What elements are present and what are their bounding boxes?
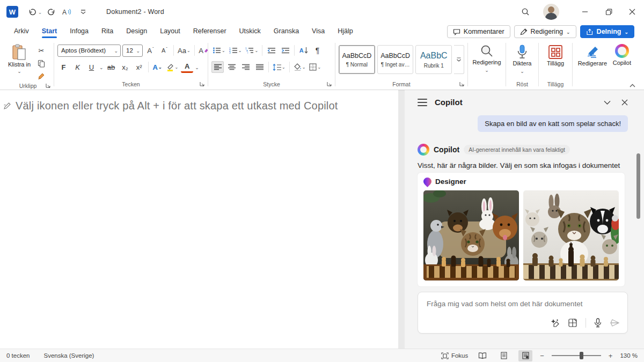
close-pane-button[interactable] bbox=[621, 99, 628, 106]
styles-dialog-launcher[interactable] bbox=[459, 82, 464, 86]
align-left-button[interactable] bbox=[211, 61, 224, 73]
tab-infoga[interactable]: Infoga bbox=[63, 25, 95, 39]
generated-image-2[interactable] bbox=[523, 190, 619, 280]
style-heading1[interactable]: AaBbC Rubrik 1 bbox=[415, 45, 452, 74]
prompt-suggestions-button[interactable] bbox=[550, 318, 560, 328]
copilot-draft-icon[interactable] bbox=[3, 102, 11, 110]
document-canvas[interactable]: Välj ikonen eller tryck på Alt + i för a… bbox=[0, 90, 398, 349]
char-count[interactable]: 0 tecken bbox=[6, 352, 30, 359]
tab-utskick[interactable]: Utskick bbox=[233, 25, 267, 39]
highlight-color-button[interactable]: ⌄ bbox=[165, 61, 180, 73]
zoom-level[interactable]: 130 % bbox=[620, 352, 638, 359]
focus-mode-button[interactable]: Fokus bbox=[441, 352, 468, 359]
font-name-combobox[interactable]: Aptos (Brödtext) ⌄ bbox=[57, 45, 121, 57]
user-avatar[interactable] bbox=[543, 4, 559, 20]
borders-button[interactable]: ⌄ bbox=[308, 61, 322, 73]
addins-button[interactable]: Tillägg bbox=[542, 42, 569, 68]
strikethrough-button[interactable]: ab bbox=[105, 61, 118, 73]
editing-menu-button[interactable]: Redigering ⌄ bbox=[471, 42, 502, 72]
multilevel-list-button[interactable]: 1ai ⌄ bbox=[244, 45, 259, 56]
align-right-button[interactable] bbox=[239, 61, 252, 73]
shading-button[interactable]: ⌄ bbox=[292, 61, 307, 73]
clear-formatting-button[interactable]: A bbox=[197, 45, 210, 56]
underline-button[interactable]: U bbox=[85, 61, 98, 73]
show-formatting-button[interactable]: ¶ bbox=[311, 45, 324, 56]
clipboard-dialog-launcher[interactable] bbox=[46, 83, 50, 88]
tab-referenser[interactable]: Referenser bbox=[187, 25, 233, 39]
zoom-out-button[interactable]: − bbox=[540, 352, 544, 360]
tab-hjalp[interactable]: Hjälp bbox=[331, 25, 360, 39]
web-layout-button[interactable] bbox=[518, 350, 532, 361]
increase-indent-button[interactable] bbox=[279, 45, 291, 56]
copilot-pane-scrollbar[interactable] bbox=[636, 153, 640, 219]
editing-mode-button[interactable]: Redigering ⌄ bbox=[514, 25, 576, 38]
subscript-button[interactable]: x₂ bbox=[119, 61, 131, 73]
collapse-pane-button[interactable] bbox=[604, 100, 611, 105]
share-button[interactable]: Delning ⌄ bbox=[580, 25, 634, 38]
line-spacing-button[interactable]: ⌄ bbox=[272, 61, 287, 73]
italic-button[interactable]: K bbox=[71, 61, 84, 73]
zoom-slider-thumb[interactable] bbox=[580, 352, 583, 359]
sort-button[interactable]: A bbox=[297, 45, 310, 56]
send-button[interactable] bbox=[610, 319, 620, 327]
paragraph-dialog-launcher[interactable] bbox=[327, 82, 332, 86]
chevron-down-icon: ⌄ bbox=[114, 49, 118, 54]
undo-button[interactable]: ⌄ bbox=[27, 4, 43, 20]
underline-dropdown[interactable]: ⌄ bbox=[99, 65, 104, 70]
dictate-button[interactable]: Diktera ⌄ bbox=[509, 42, 535, 73]
more-styles-button[interactable] bbox=[454, 45, 464, 74]
style-preview: AaBbC bbox=[420, 51, 448, 61]
print-layout-button[interactable] bbox=[497, 350, 511, 361]
decrease-indent-button[interactable] bbox=[265, 45, 277, 56]
grow-font-button[interactable]: Aˆ bbox=[144, 45, 157, 56]
editor-label: Redigerare bbox=[578, 60, 607, 68]
menu-icon[interactable] bbox=[418, 99, 427, 106]
numbered-list-button[interactable]: 123 ⌄ bbox=[228, 45, 243, 56]
change-case-button[interactable]: Aa⌄ bbox=[177, 45, 192, 56]
style-normal[interactable]: AaBbCcD ¶ Normal bbox=[339, 45, 375, 74]
apps-button[interactable] bbox=[568, 318, 577, 328]
font-color-dropdown[interactable]: ⌄ bbox=[195, 65, 199, 70]
bullet-list-button[interactable]: ⌄ bbox=[211, 45, 226, 56]
comments-button[interactable]: Kommentarer bbox=[447, 25, 510, 38]
paste-button[interactable]: Klistra in ⌄ bbox=[5, 42, 33, 73]
tab-design[interactable]: Design bbox=[120, 25, 153, 39]
superscript-button[interactable]: x² bbox=[133, 61, 145, 73]
text-effects-button[interactable]: A⌄ bbox=[151, 61, 164, 73]
editor-button[interactable]: Redigerare bbox=[576, 42, 609, 68]
copilot-chat-input[interactable] bbox=[426, 299, 620, 308]
tab-visa[interactable]: Visa bbox=[305, 25, 331, 39]
tab-granska[interactable]: Granska bbox=[267, 25, 305, 39]
format-painter-button[interactable] bbox=[35, 71, 47, 82]
style-no-spacing[interactable]: AaBbCcD ¶ Inget av… bbox=[377, 45, 414, 74]
font-size-combobox[interactable]: 12 ⌄ bbox=[122, 45, 143, 57]
language-status[interactable]: Svenska (Sverige) bbox=[43, 352, 94, 359]
font-dialog-launcher[interactable] bbox=[200, 82, 204, 86]
align-center-button[interactable] bbox=[225, 61, 238, 73]
tab-arkiv[interactable]: Arkiv bbox=[8, 25, 35, 39]
justify-button[interactable] bbox=[253, 61, 266, 73]
quick-access-toolbar-dropdown[interactable] bbox=[75, 4, 91, 20]
tab-rita[interactable]: Rita bbox=[95, 25, 120, 39]
voice-input-button[interactable] bbox=[594, 318, 602, 328]
bold-button[interactable]: F bbox=[57, 61, 70, 73]
read-mode-button[interactable] bbox=[475, 350, 489, 361]
generated-image-1[interactable] bbox=[423, 190, 519, 280]
cut-button[interactable]: ✂ bbox=[35, 45, 47, 56]
read-aloud-button[interactable]: A bbox=[59, 4, 75, 20]
font-color-button[interactable]: A bbox=[181, 61, 193, 73]
minimize-button[interactable] bbox=[573, 0, 597, 24]
collapse-ribbon-button[interactable] bbox=[630, 84, 635, 87]
copilot-ribbon-button[interactable]: Copilot bbox=[609, 42, 635, 67]
tab-layout[interactable]: Layout bbox=[153, 25, 187, 39]
tab-start[interactable]: Start bbox=[35, 25, 63, 39]
restore-button[interactable] bbox=[597, 0, 620, 24]
search-button[interactable] bbox=[517, 4, 533, 20]
word-app-icon[interactable]: W bbox=[6, 6, 18, 18]
shrink-font-button[interactable]: Aˇ bbox=[158, 45, 171, 56]
redo-button[interactable] bbox=[43, 4, 59, 20]
copy-button[interactable] bbox=[35, 58, 47, 69]
zoom-in-button[interactable]: + bbox=[609, 352, 613, 360]
close-button[interactable] bbox=[620, 0, 644, 24]
zoom-slider[interactable] bbox=[552, 355, 601, 356]
